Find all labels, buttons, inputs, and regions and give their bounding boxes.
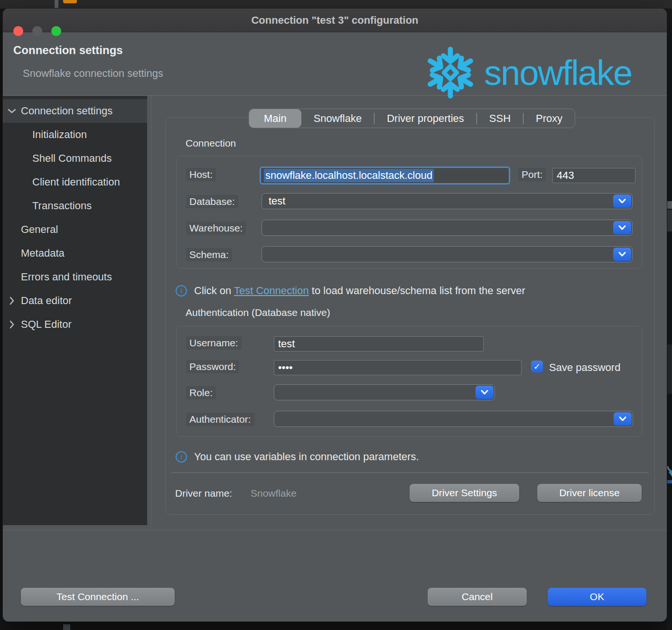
settings-content: Main Snowflake Driver properties SSH Pro… [151, 96, 667, 530]
warehouse-combo[interactable] [261, 220, 633, 236]
save-password-label: Save password [549, 361, 620, 374]
auth-group-title: Authentication (Database native) [186, 307, 330, 318]
password-input[interactable]: •••• [274, 360, 522, 375]
role-label: Role: [186, 386, 216, 399]
authenticator-combo[interactable] [274, 411, 633, 427]
driver-license-button[interactable]: Driver license [537, 484, 642, 502]
tab-label: Driver properties [387, 112, 464, 125]
tab-bar: Main Snowflake Driver properties SSH Pro… [249, 109, 575, 128]
host-input[interactable]: snowflake.localhost.localstack.cloud [260, 167, 510, 185]
username-label: Username: [186, 336, 242, 350]
sidebar-item-connection-settings[interactable]: Connection settings [3, 99, 147, 123]
database-dropdown-button[interactable] [613, 195, 631, 208]
tab-main[interactable]: Main [249, 109, 301, 128]
dialog-footer: Test Connection ... Cancel OK [3, 530, 667, 621]
desktop-top-strip [0, 0, 672, 9]
tab-label: Proxy [536, 112, 562, 125]
page-subtitle: Snowflake connection settings [23, 67, 163, 80]
dialog-header: Connection settings Snowflake connection… [3, 32, 667, 96]
save-password-checkbox[interactable]: ✓ [531, 361, 543, 372]
chevron-down-icon[interactable] [3, 108, 21, 114]
tab-driver-properties[interactable]: Driver properties [374, 109, 476, 128]
warehouse-dropdown-button[interactable] [613, 221, 631, 234]
username-value: test [278, 338, 295, 350]
authenticator-label: Authenticator: [186, 413, 254, 426]
page-title: Connection settings [13, 44, 123, 57]
driver-name-value: Snowflake [251, 488, 297, 499]
host-value: snowflake.localhost.localstack.cloud [264, 169, 434, 182]
host-label: Host: [186, 168, 216, 181]
cancel-button[interactable]: Cancel [428, 588, 527, 606]
tab-ssh[interactable]: SSH [477, 109, 523, 128]
sidebar-item-label: Errors and timeouts [21, 271, 112, 283]
desktop-right-strip [667, 9, 672, 630]
chevron-right-icon[interactable] [3, 320, 21, 329]
sidebar-item-sql-editor[interactable]: SQL Editor [3, 313, 147, 336]
sidebar-item-label: Connection settings [21, 105, 112, 117]
tab-label: Main [264, 112, 287, 125]
role-combo[interactable] [274, 384, 495, 400]
connection-group: Host: snowflake.localhost.localstack.clo… [176, 156, 642, 269]
settings-tree: Connection settings Initialization Shell… [3, 96, 147, 525]
sidebar-item-transactions[interactable]: Transactions [3, 194, 147, 218]
snowflake-wordmark: snowflake [484, 47, 632, 99]
sidebar-item-data-editor[interactable]: Data editor [3, 289, 147, 313]
auth-group: Username: test Password: •••• ✓ Save pas… [176, 326, 642, 437]
password-value: •••• [278, 361, 293, 374]
tab-label: SSH [489, 112, 511, 125]
sidebar-item-errors-and-timeouts[interactable]: Errors and timeouts [3, 265, 147, 289]
hint-text: Click on Test Connection to load warehou… [194, 285, 525, 297]
sidebar-item-client-identification[interactable]: Client identification [3, 170, 147, 194]
sidebar-item-general[interactable]: General [3, 218, 147, 241]
background-block [667, 201, 672, 209]
sidebar-item-label: Data editor [21, 295, 72, 307]
sidebar-item-initialization[interactable]: Initialization [3, 123, 147, 147]
background-block [63, 624, 70, 630]
chevron-right-icon[interactable] [3, 296, 21, 305]
sidebar-item-metadata[interactable]: Metadata [3, 241, 147, 265]
hint-text: You can use variables in connection para… [194, 451, 419, 463]
tab-snowflake[interactable]: Snowflake [301, 109, 374, 128]
port-input[interactable]: 443 [552, 168, 635, 183]
tab-proxy[interactable]: Proxy [523, 109, 575, 128]
dialog-main: Connection settings Initialization Shell… [3, 96, 667, 530]
connection-configuration-dialog: Connection "test 3" configuration Connec… [3, 9, 667, 621]
test-connection-hint: i Click on Test Connection to load wareh… [176, 285, 525, 297]
connection-group-title: Connection [186, 138, 236, 149]
sidebar-item-label: SQL Editor [21, 318, 72, 331]
sidebar-item-label: Shell Commands [32, 152, 112, 165]
schema-combo[interactable] [261, 246, 633, 262]
test-connection-button[interactable]: Test Connection ... [21, 588, 175, 606]
tab-label: Snowflake [314, 112, 362, 125]
snowflake-logo: snowflake [422, 45, 632, 102]
variables-hint: i You can use variables in connection pa… [176, 451, 419, 463]
sidebar-item-shell-commands[interactable]: Shell Commands [3, 147, 147, 170]
role-dropdown-button[interactable] [476, 386, 494, 399]
driver-separator [171, 472, 649, 473]
hint-suffix: to load warehouse/schema list from the s… [309, 285, 525, 296]
tab-folder: Main Snowflake Driver properties SSH Pro… [165, 117, 655, 515]
window-title: Connection "test 3" configuration [3, 14, 667, 27]
hint-prefix: Click on [194, 285, 234, 296]
info-icon: i [176, 451, 187, 463]
port-value: 443 [557, 169, 574, 182]
schema-dropdown-button[interactable] [613, 248, 631, 261]
snowflake-mark-icon [422, 45, 478, 102]
port-label: Port: [518, 168, 546, 181]
driver-settings-button[interactable]: Driver Settings [410, 484, 519, 502]
test-connection-link[interactable]: Test Connection [234, 285, 309, 296]
authenticator-dropdown-button[interactable] [614, 412, 632, 426]
sidebar-item-label: Client identification [32, 176, 120, 188]
desktop-orange-tab [63, 0, 77, 3]
username-input[interactable]: test [274, 336, 484, 352]
background-block [667, 210, 672, 232]
password-label: Password: [186, 360, 239, 373]
database-label: Database: [186, 195, 238, 208]
sidebar-item-label: General [21, 223, 58, 236]
database-combo[interactable]: test [261, 193, 633, 209]
ok-button[interactable]: OK [548, 588, 646, 606]
schema-label: Schema: [186, 248, 232, 261]
sidebar-item-label: Metadata [21, 247, 65, 259]
desktop-divider [55, 0, 58, 9]
background-bar [666, 480, 672, 483]
